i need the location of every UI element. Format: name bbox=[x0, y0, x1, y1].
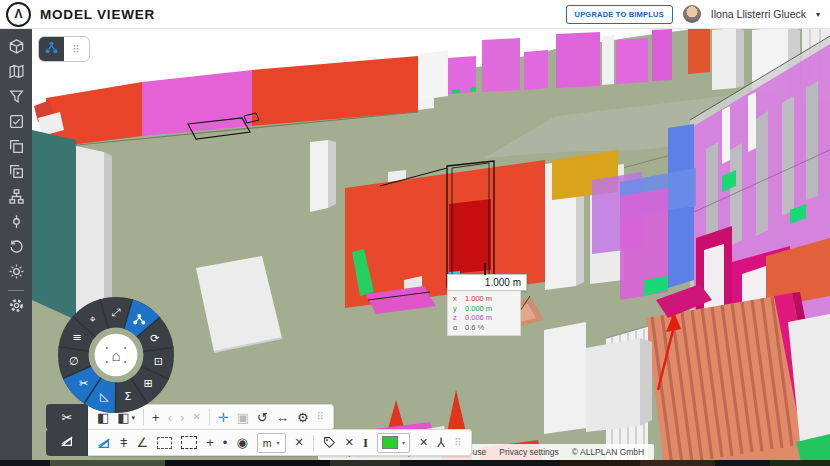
color-close-button[interactable]: ✕ bbox=[419, 437, 428, 448]
bottom-strip bbox=[0, 460, 830, 466]
rotate-plane-button[interactable]: ↺ bbox=[257, 411, 268, 424]
sidebar-item-connect[interactable] bbox=[3, 211, 29, 236]
user-menu-caret-icon[interactable]: ▾ bbox=[816, 10, 820, 19]
tooltip-label: α bbox=[453, 323, 460, 333]
measure-area-button[interactable] bbox=[97, 436, 111, 450]
toolbar-separator bbox=[313, 435, 314, 451]
user-name[interactable]: Ilona Llisterri Glueck bbox=[711, 8, 806, 20]
toolbar-drag-handle[interactable]: ⠿ bbox=[454, 438, 461, 448]
toolbar-drag-handle[interactable]: ⠿ bbox=[317, 412, 324, 422]
measure-area-icon[interactable]: ◺ bbox=[100, 390, 109, 403]
camera-icon[interactable]: ⊡ bbox=[154, 355, 163, 368]
copy-icon bbox=[8, 138, 25, 159]
stretch-plane-button[interactable]: ↔ bbox=[276, 411, 289, 424]
tooltip-value: 0.000 m bbox=[465, 304, 492, 314]
sidebar-divider bbox=[8, 290, 24, 291]
sum-icon[interactable]: Σ bbox=[124, 390, 131, 403]
sun-icon bbox=[8, 263, 25, 284]
measure-height-button[interactable]: ǂ bbox=[120, 436, 128, 449]
history-icon bbox=[8, 238, 25, 259]
unit-value: m bbox=[263, 437, 272, 449]
app-window: Λ MODEL VIEWER UPGRADE TO BIMPLUS Ilona … bbox=[0, 0, 830, 466]
avatar[interactable] bbox=[683, 5, 701, 23]
export-icon[interactable]: ⊞ bbox=[144, 377, 153, 390]
cube-icon bbox=[8, 38, 25, 59]
hide-icon[interactable]: ∅ bbox=[69, 355, 79, 368]
tooltip-row-alpha: α0.6 % bbox=[453, 323, 515, 333]
copyright: © ALLPLAN GmbH bbox=[572, 447, 644, 457]
measure-tab-icon bbox=[60, 434, 74, 451]
link-privacy[interactable]: Privacy settings bbox=[499, 447, 559, 457]
allplan-logo-icon: Λ bbox=[6, 2, 31, 27]
sidebar-item-filter[interactable] bbox=[3, 86, 29, 111]
check-square-icon bbox=[8, 113, 25, 134]
measure-add-button[interactable]: + bbox=[206, 436, 214, 449]
header: Λ MODEL VIEWER UPGRADE TO BIMPLUS Ilona … bbox=[0, 0, 830, 29]
sidebar-item-model[interactable] bbox=[3, 36, 29, 61]
tooltip-label: x bbox=[453, 294, 460, 304]
move-plane-button[interactable]: ✛ bbox=[218, 411, 229, 424]
measurement-tooltip: 1.000 m x1.000 m y0.000 m z0.006 m α0.6 … bbox=[447, 274, 527, 336]
sidebar-item-structure[interactable] bbox=[3, 186, 29, 211]
tag-close-button[interactable]: ✕ bbox=[345, 437, 354, 448]
floating-panel-toolbar: ⠿ bbox=[38, 36, 90, 62]
logo-letter: Λ bbox=[14, 7, 22, 21]
tooltip-label: z bbox=[453, 313, 460, 323]
caret-down-icon: ▾ bbox=[277, 439, 280, 446]
sidebar-item-compare[interactable] bbox=[3, 136, 29, 161]
left-sidebar bbox=[0, 28, 32, 460]
tooltip-label: y bbox=[453, 304, 460, 314]
measure-region-strong-button[interactable] bbox=[181, 436, 197, 449]
clip-settings-button[interactable]: ⚙ bbox=[297, 411, 309, 424]
rotate-view-icon[interactable]: ⟳ bbox=[150, 332, 159, 345]
measurement-toolbar: ǂ ∠ + • ◉ m ▾ ✕ ✕ I ▾ ✕ bbox=[46, 429, 472, 456]
measure-ref-point-button[interactable]: ◉ bbox=[236, 436, 247, 449]
measure-tick bbox=[484, 263, 486, 275]
measure-point-button[interactable]: • bbox=[223, 436, 228, 449]
panel-drag-handle[interactable]: ⠿ bbox=[64, 37, 89, 61]
measurement-tab[interactable] bbox=[46, 429, 88, 456]
sidebar-item-brightness[interactable] bbox=[3, 261, 29, 286]
tooltip-value: 0.006 m bbox=[465, 313, 492, 323]
measure-close-button[interactable]: ✕ bbox=[295, 437, 304, 448]
axis-button[interactable]: ⅄ bbox=[437, 436, 445, 449]
expand-icon[interactable]: ⤢ bbox=[112, 306, 121, 319]
delete-plane-button[interactable]: ✕ bbox=[192, 412, 200, 422]
text-cursor-button[interactable]: I bbox=[363, 436, 368, 449]
tooltip-row-x: x1.000 m bbox=[453, 294, 515, 304]
scissors-icon[interactable]: ✂ bbox=[79, 377, 88, 390]
measure-region-button[interactable] bbox=[157, 437, 172, 449]
gear-icon bbox=[8, 297, 25, 318]
caret-down-icon: ▾ bbox=[132, 414, 136, 421]
home-icon[interactable]: ⌂ bbox=[111, 347, 120, 364]
toolbar-separator bbox=[209, 409, 210, 425]
tooltip-title: 1.000 m bbox=[447, 274, 527, 291]
tooltip-value: 0.6 % bbox=[465, 323, 484, 333]
fit-plane-button[interactable]: ▣ bbox=[237, 411, 249, 424]
upgrade-button[interactable]: UPGRADE TO BIMPLUS bbox=[566, 5, 673, 24]
viewport: ⠿ ⤢ ⟳ ⊡ ⊞ Σ ◺ ✂ ∅ bbox=[32, 28, 830, 466]
color-swatch bbox=[382, 436, 398, 449]
sidebar-item-compare-play[interactable] bbox=[3, 161, 29, 186]
structure-panel-button[interactable] bbox=[39, 37, 64, 61]
sidebar-item-map[interactable] bbox=[3, 61, 29, 86]
next-plane-button[interactable]: › bbox=[180, 411, 184, 424]
sidebar-item-tasks[interactable] bbox=[3, 111, 29, 136]
tooltip-row-y: y0.000 m bbox=[453, 304, 515, 314]
measure-angle-button[interactable]: ∠ bbox=[137, 436, 149, 449]
tooltip-value: 1.000 m bbox=[465, 294, 492, 304]
unit-select[interactable]: m ▾ bbox=[257, 433, 286, 453]
map-icon bbox=[8, 63, 25, 84]
locate-icon[interactable]: ⌖ bbox=[90, 313, 97, 326]
hierarchy-icon bbox=[8, 188, 25, 209]
layers-icon[interactable]: ≡ bbox=[73, 331, 82, 344]
drag-handle-icon: ⠿ bbox=[72, 44, 80, 55]
color-picker[interactable]: ▾ bbox=[377, 433, 410, 453]
page-title: MODEL VIEWER bbox=[40, 7, 155, 22]
tag-button[interactable] bbox=[323, 436, 336, 449]
hierarchy-icon bbox=[44, 40, 59, 59]
sidebar-item-settings[interactable] bbox=[3, 295, 29, 320]
connector-icon bbox=[8, 213, 25, 234]
navigation-wheel[interactable]: ⤢ ⟳ ⊡ ⊞ Σ ◺ ✂ ∅ ≡ ⌖ ⌂ bbox=[57, 296, 175, 414]
sidebar-item-history[interactable] bbox=[3, 236, 29, 261]
